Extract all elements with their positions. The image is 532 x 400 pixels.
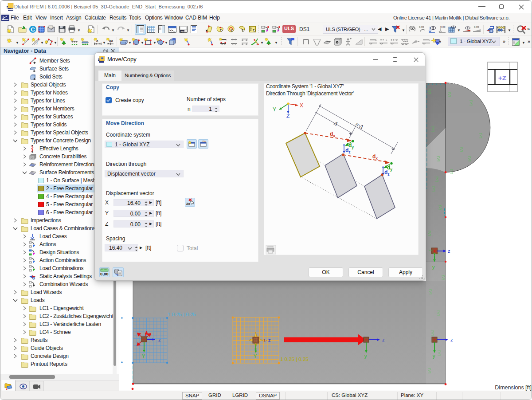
svg-text:Direction Through 'Displacemen: Direction Through 'Displacement Vector' [266, 90, 354, 97]
svg-text:I: I [256, 42, 258, 46]
svg-text:y: y [364, 353, 367, 359]
svg-text:x.xx: x.xx [419, 25, 424, 28]
svg-text:0,00: 0,00 [100, 271, 109, 276]
svg-text:z: z [158, 337, 161, 342]
svg-text:1 0.25 | 0.25: 1 0.25 | 0.25 [168, 312, 196, 317]
svg-text:>sc: >sc [180, 30, 185, 33]
svg-text:Y: Y [254, 353, 257, 359]
svg-text:z: z [382, 337, 385, 342]
svg-text:Dimensions [ft]: Dimensions [ft] [495, 384, 532, 391]
svg-text:Y: Y [142, 353, 145, 359]
svg-text:z: z [450, 337, 453, 342]
svg-text:xx: xx [109, 39, 113, 43]
svg-text:Y: Y [273, 106, 276, 113]
svg-text:z: z [268, 337, 271, 343]
svg-text:Coordinate System '1 - Global: Coordinate System '1 - Global XYZ' [266, 83, 344, 90]
svg-text:X: X [300, 102, 303, 109]
svg-text:2x: 2x [186, 202, 190, 206]
svg-text:1 0.25 | 0.25: 1 0.25 | 0.25 [280, 357, 309, 362]
svg-text:1·: 1· [263, 338, 267, 342]
svg-text:Z: Z [286, 113, 289, 119]
svg-text:x.xx: x.xx [440, 25, 446, 28]
svg-text:z: z [448, 248, 450, 254]
svg-text:+Z: +Z [498, 74, 507, 82]
svg-text:y: y [433, 353, 435, 359]
svg-text:>>_: >>_ [169, 28, 176, 32]
svg-text:x.xx: x.xx [474, 25, 479, 28]
svg-text:C: C [31, 26, 35, 33]
svg-text:y: y [432, 264, 435, 270]
svg-text:I: I [36, 42, 38, 46]
